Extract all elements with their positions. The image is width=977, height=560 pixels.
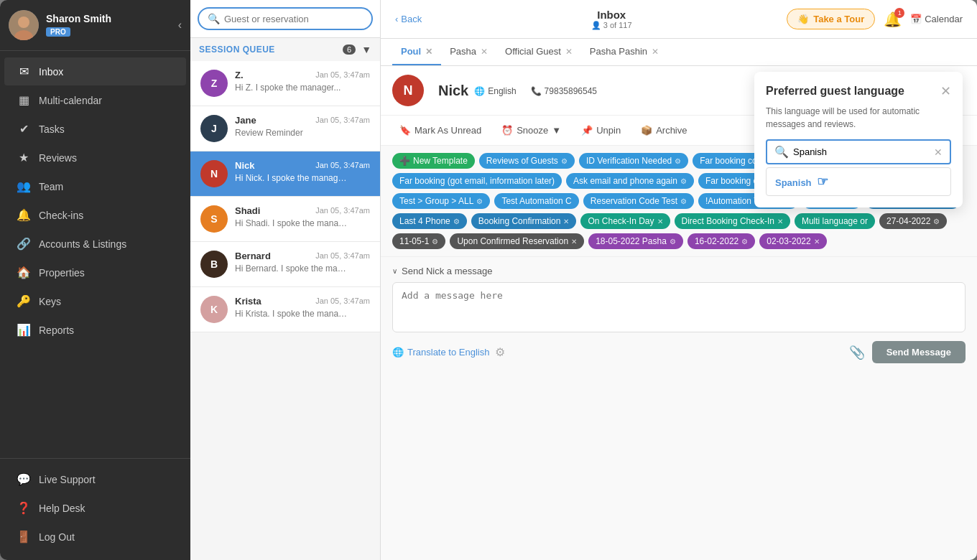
tab-pasha-pashin-close[interactable]: ✕	[652, 47, 659, 57]
lang-clear-icon[interactable]: ✕	[934, 146, 943, 158]
tab-pasha[interactable]: Pasha ✕	[441, 39, 496, 65]
sidebar-item-help-desk[interactable]: ❓ Help Desk	[4, 494, 186, 522]
sidebar-item-label: Inbox	[39, 66, 63, 78]
tag-booking-confirmation[interactable]: Booking Confirmation ✕	[471, 213, 577, 229]
conv-preview-krista: Hi Krista. I spoke the manager...	[235, 309, 350, 319]
tab-poul-close[interactable]: ✕	[425, 47, 432, 57]
attachment-icon[interactable]: 📎	[849, 345, 865, 360]
tab-official-guest-close[interactable]: ✕	[565, 47, 573, 57]
tag-far-booking-email[interactable]: Far booking (got email, information late…	[392, 173, 562, 189]
settings-icon[interactable]: ⚙	[495, 345, 505, 359]
tag-id-verification[interactable]: ID Verification Needed ⚙	[579, 153, 688, 169]
mark-unread-button[interactable]: 🔖 Mark As Unread	[392, 121, 488, 139]
tag-x-icon[interactable]: ✕	[563, 218, 569, 225]
tab-pasha-close[interactable]: ✕	[481, 47, 488, 57]
tag-multi-language[interactable]: Multi language or	[795, 213, 875, 229]
session-expand-icon[interactable]: ▼	[361, 44, 371, 55]
lang-search-box[interactable]: 🔍 ✕	[766, 139, 951, 164]
lang-search-input[interactable]	[793, 146, 934, 157]
tag-check-in-day[interactable]: On Check-In Day ✕	[580, 213, 670, 229]
back-label: Back	[401, 14, 422, 24]
archive-button[interactable]: 📦 Archive	[634, 121, 694, 139]
tag-reviews-guests[interactable]: Reviews of Guests ⚙	[479, 153, 575, 169]
conv-preview-nick: Hi Nick. I spoke the manager...	[235, 173, 350, 183]
take-tour-button[interactable]: 👋 Take a Tour	[787, 9, 875, 29]
conversation-item-z[interactable]: Z Z. Jan 05, 3:47am Hi Z. I spoke the ma…	[190, 61, 380, 106]
snooze-label: Snooze	[517, 125, 548, 136]
back-button[interactable]: ‹ Back	[395, 14, 422, 24]
mark-unread-icon: 🔖	[399, 125, 411, 136]
tour-icon: 👋	[797, 14, 809, 24]
lang-option-spanish[interactable]: Spanish ☞	[767, 168, 950, 195]
multi-calendar-icon: ▦	[16, 93, 32, 107]
tab-official-guest[interactable]: Official Guest ✕	[496, 39, 581, 65]
lang-panel: Preferred guest language ✕ This language…	[754, 72, 963, 207]
search-input[interactable]	[224, 14, 363, 24]
conv-info-krista: Krista Jan 05, 3:47am Hi Krista. I spoke…	[235, 296, 370, 319]
team-icon: 👥	[16, 179, 32, 193]
tag-date-02[interactable]: 02-03-2022 ✕	[759, 233, 826, 249]
tag-x-icon[interactable]: ✕	[814, 238, 820, 246]
search-box[interactable]: 🔍	[198, 7, 373, 30]
conv-time-krista: Jan 05, 3:47am	[315, 297, 370, 307]
tag-date-16[interactable]: 16-02-2022 ⚙	[687, 233, 755, 249]
send-label[interactable]: ∨ Send Nick a message	[392, 266, 966, 276]
tab-poul[interactable]: Poul ✕	[392, 39, 441, 65]
translate-icon: 🌐	[392, 347, 404, 358]
tag-x-icon[interactable]: ✕	[657, 218, 663, 225]
sidebar-item-reviews[interactable]: ★ Reviews	[4, 144, 186, 172]
tag-test-group-all[interactable]: Test > Group > ALL ⚙	[392, 193, 490, 209]
session-panel: 🔍 SESSION QUEUE 6 ▼ Z Z. Jan 05, 3:47am	[190, 0, 381, 560]
sidebar-item-reports[interactable]: 📊 Reports	[4, 316, 186, 344]
sidebar-item-log-out[interactable]: 🚪 Log Out	[4, 523, 186, 551]
tag-direct-booking[interactable]: Direct Booking Check-In ✕	[675, 213, 790, 229]
tag-x-icon[interactable]: ✕	[571, 238, 577, 246]
sidebar-item-properties[interactable]: 🏠 Properties	[4, 258, 186, 286]
sidebar-item-live-support[interactable]: 💬 Live Support	[4, 465, 186, 493]
accounts-icon: 🔗	[16, 237, 32, 251]
sidebar-item-inbox[interactable]: ✉ Inbox	[4, 57, 186, 85]
tag-upon-confirmed[interactable]: Upon Confirmed Reservation ✕	[450, 233, 584, 249]
lang-panel-close[interactable]: ✕	[940, 83, 951, 99]
sidebar-item-team[interactable]: 👥 Team	[4, 172, 186, 200]
sidebar-toggle[interactable]: ‹	[178, 19, 182, 32]
message-input[interactable]	[392, 282, 966, 332]
send-label-text: Send Nick a message	[402, 266, 492, 276]
tag-date-11[interactable]: 11-05-1 ⚙	[392, 233, 445, 249]
sidebar-item-accounts-listings[interactable]: 🔗 Accounts & Listings	[4, 230, 186, 258]
unpin-button[interactable]: 📌 Unpin	[574, 121, 628, 139]
conv-name-bernard: Bernard	[235, 251, 271, 261]
tag-test-automation[interactable]: Test Automation C	[494, 193, 578, 209]
sidebar-item-tasks[interactable]: ✔ Tasks	[4, 115, 186, 143]
notifications-button[interactable]: 🔔 1	[884, 11, 902, 28]
tag-last-4-phone[interactable]: Last 4 Phone ⚙	[392, 213, 467, 229]
guest-phone: 📞 79835896545	[531, 86, 597, 96]
sidebar-item-label: Tasks	[39, 123, 65, 135]
tag-reservation-code[interactable]: Reservation Code Test ⚙	[583, 193, 694, 209]
conversation-item-shadi[interactable]: S Shadi Jan 05, 3:47am Hi Shadi. I spoke…	[190, 197, 380, 242]
conversation-item-bernard[interactable]: B Bernard Jan 05, 3:47am Hi Bernard. I s…	[190, 242, 380, 287]
tag-date-27[interactable]: 27-04-2022 ⚙	[879, 213, 947, 229]
lang-search-icon: 🔍	[774, 145, 789, 159]
main-header: ‹ Back Inbox 👤 3 of 117 👋 Take a Tour 🔔 …	[381, 0, 977, 39]
conversation-item-jane[interactable]: J Jane Jan 05, 3:47am Review Reminder	[190, 106, 380, 151]
tag-ask-email-phone[interactable]: Ask email and phone again ⚙	[566, 173, 694, 189]
sidebar-nav: ✉ Inbox ▦ Multi-calendar ✔ Tasks ★ Revie…	[0, 51, 190, 458]
sidebar-item-checkins[interactable]: 🔔 Check-ins	[4, 201, 186, 229]
snooze-button[interactable]: ⏰ Snooze ▼	[494, 121, 568, 139]
sidebar-item-multi-calendar[interactable]: ▦ Multi-calendar	[4, 86, 186, 114]
conv-info-shadi: Shadi Jan 05, 3:47am Hi Shadi. I spoke t…	[235, 205, 370, 228]
tag-x-icon[interactable]: ✕	[777, 218, 783, 225]
conv-time-shadi: Jan 05, 3:47am	[315, 206, 370, 216]
sidebar-item-keys[interactable]: 🔑 Keys	[4, 287, 186, 315]
gear-icon: ⚙	[741, 238, 748, 246]
translate-button[interactable]: 🌐 Translate to English	[392, 347, 489, 358]
send-message-button[interactable]: Send Message	[872, 341, 966, 363]
conv-avatar-nick: N	[200, 160, 228, 187]
tab-pasha-pashin[interactable]: Pasha Pashin ✕	[581, 39, 667, 65]
tag-pasha-date[interactable]: 18-05-2022 Pasha ⚙	[588, 233, 683, 249]
conversation-item-nick[interactable]: N Nick Jan 05, 3:47am Hi Nick. I spoke t…	[190, 151, 380, 197]
tag-new-template[interactable]: ➕ New Template	[392, 153, 475, 169]
conversation-item-krista[interactable]: K Krista Jan 05, 3:47am Hi Krista. I spo…	[190, 287, 380, 332]
calendar-button[interactable]: 📅 Calendar	[910, 14, 963, 24]
